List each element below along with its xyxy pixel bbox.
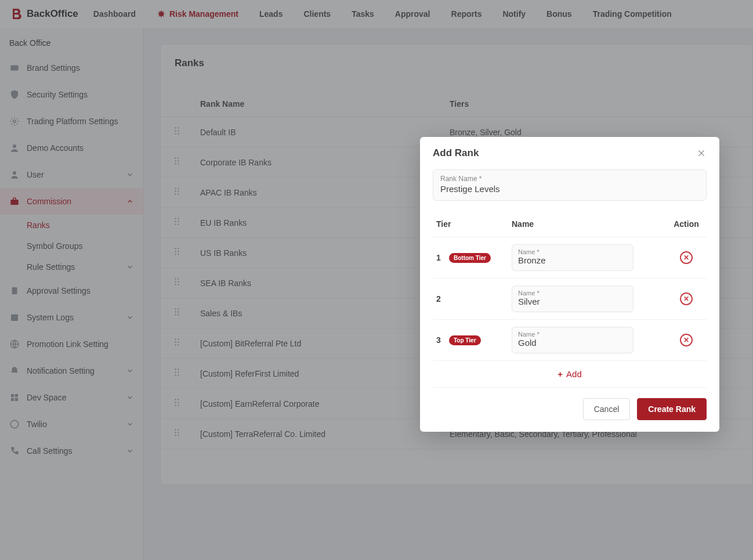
tier-row: 1Bottom TierName *✕ bbox=[433, 237, 707, 279]
rank-name-input[interactable] bbox=[440, 184, 699, 194]
rank-name-field[interactable]: Rank Name * bbox=[433, 169, 707, 201]
plus-icon: + bbox=[557, 369, 563, 379]
add-tier-button[interactable]: +Add bbox=[433, 361, 707, 388]
tier-name-input[interactable] bbox=[518, 338, 627, 348]
tier-table-head: Tier Name Action bbox=[433, 215, 707, 237]
remove-tier-button[interactable]: ✕ bbox=[680, 251, 693, 264]
create-rank-button[interactable]: Create Rank bbox=[637, 398, 707, 420]
tier-row: 2Name *✕ bbox=[433, 279, 707, 320]
tier-number: 3 bbox=[433, 335, 444, 345]
remove-tier-button[interactable]: ✕ bbox=[680, 292, 693, 305]
tier-name-label: Name * bbox=[518, 290, 627, 297]
tier-name-input[interactable] bbox=[518, 297, 627, 306]
th-action: Action bbox=[666, 219, 707, 229]
modal-title: Add Rank bbox=[433, 147, 479, 159]
add-rank-modal: Add Rank Rank Name * Tier Name Action 1B… bbox=[420, 137, 719, 432]
tier-badge: Top Tier bbox=[449, 335, 481, 345]
tier-name-label: Name * bbox=[518, 248, 627, 255]
tier-badge: Bottom Tier bbox=[449, 253, 491, 263]
tier-name-field[interactable]: Name * bbox=[512, 244, 633, 271]
tier-name-field[interactable]: Name * bbox=[512, 327, 633, 353]
th-name: Name bbox=[512, 219, 666, 229]
tier-name-field[interactable]: Name * bbox=[512, 286, 633, 312]
tier-number: 1 bbox=[433, 253, 444, 262]
th-tier: Tier bbox=[433, 219, 512, 229]
tier-row: 3Top TierName *✕ bbox=[433, 320, 707, 361]
remove-tier-button[interactable]: ✕ bbox=[680, 334, 693, 346]
tier-number: 2 bbox=[433, 294, 444, 304]
cancel-button[interactable]: Cancel bbox=[583, 398, 631, 420]
close-icon[interactable] bbox=[696, 148, 707, 158]
tier-name-input[interactable] bbox=[518, 255, 627, 265]
rank-name-label: Rank Name * bbox=[440, 175, 699, 183]
tier-name-label: Name * bbox=[518, 331, 627, 338]
